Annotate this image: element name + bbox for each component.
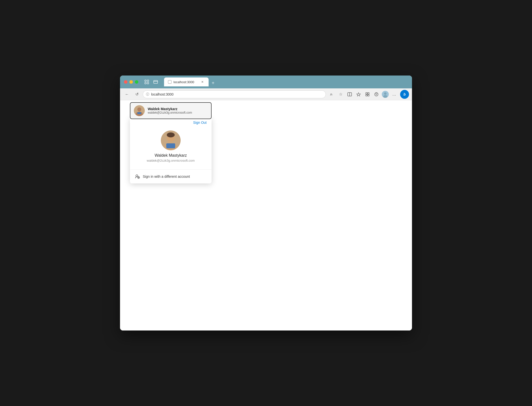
page-content: Waldek Mastykarz waldek@2czk3g.onmicroso… bbox=[120, 100, 412, 330]
dropdown-divider bbox=[130, 169, 212, 170]
back-button[interactable]: ← bbox=[123, 90, 131, 98]
svg-rect-10 bbox=[366, 93, 367, 94]
bing-button[interactable]: b bbox=[400, 90, 409, 99]
browser-essentials-button[interactable] bbox=[372, 90, 380, 98]
nav-bar: ← ↺ ⓘ localhost:3000 A ↑ ☆ bbox=[120, 88, 412, 100]
svg-rect-3 bbox=[147, 82, 149, 84]
profile-avatar bbox=[382, 91, 389, 98]
svg-point-19 bbox=[137, 107, 141, 111]
refresh-icon: ↺ bbox=[135, 92, 139, 97]
alt-signin-item[interactable]: Sign in with a different account bbox=[130, 172, 212, 181]
title-bar: localhost:3000 ✕ + bbox=[120, 76, 412, 88]
svg-rect-12 bbox=[366, 95, 367, 96]
back-icon: ← bbox=[125, 92, 129, 97]
account-avatar-small bbox=[134, 105, 145, 116]
svg-rect-4 bbox=[154, 80, 158, 83]
profile-button[interactable] bbox=[381, 90, 389, 98]
svg-rect-13 bbox=[368, 95, 369, 96]
favorites-star-button[interactable]: ☆ bbox=[337, 90, 345, 98]
add-account-icon bbox=[135, 174, 140, 179]
sign-out-button[interactable]: Sign Out bbox=[193, 121, 207, 125]
bing-icon: b bbox=[404, 92, 406, 96]
svg-rect-0 bbox=[145, 80, 146, 81]
tab-label: localhost:3000 bbox=[173, 80, 198, 84]
dropdown-user-section: Waldek Mastykarz waldek@2czk3g.onmicroso… bbox=[130, 127, 212, 167]
minimize-traffic-light[interactable] bbox=[129, 80, 133, 84]
favorites-bar-button[interactable] bbox=[355, 90, 363, 98]
new-tab-button[interactable]: + bbox=[210, 79, 217, 86]
dropdown-panel: Sign Out Waldek Mastykarz bbox=[130, 118, 212, 183]
maximize-traffic-light[interactable] bbox=[135, 80, 138, 84]
account-email-small: waldek@2czk3g.onmicrosoft.com bbox=[148, 111, 192, 114]
collections-button[interactable] bbox=[363, 90, 371, 98]
svg-rect-26 bbox=[166, 143, 175, 148]
read-aloud-button[interactable]: A ↑ bbox=[328, 90, 336, 98]
star-icon: ☆ bbox=[339, 92, 342, 97]
workspaces-icon[interactable] bbox=[143, 78, 150, 85]
info-icon[interactable]: ⓘ bbox=[146, 92, 149, 97]
close-traffic-light[interactable] bbox=[124, 80, 127, 84]
account-info-small: Waldek Mastykarz waldek@2czk3g.onmicroso… bbox=[148, 107, 192, 114]
traffic-lights bbox=[124, 80, 138, 84]
tab-close-button[interactable]: ✕ bbox=[200, 80, 205, 84]
svg-rect-2 bbox=[147, 80, 149, 81]
account-card-selected[interactable]: Waldek Mastykarz waldek@2czk3g.onmicroso… bbox=[130, 102, 212, 119]
svg-text:↑: ↑ bbox=[332, 93, 333, 96]
browser-window: localhost:3000 ✕ + ← ↺ ⓘ localhost:3000 … bbox=[120, 76, 412, 330]
more-icon: … bbox=[392, 92, 396, 97]
svg-point-16 bbox=[384, 92, 387, 95]
svg-point-27 bbox=[136, 175, 138, 177]
account-avatar-large bbox=[161, 130, 181, 150]
tab-favicon bbox=[168, 80, 171, 84]
address-bar[interactable]: ⓘ localhost:3000 bbox=[143, 90, 326, 98]
svg-point-24 bbox=[167, 132, 175, 137]
svg-rect-21 bbox=[137, 112, 141, 114]
refresh-button[interactable]: ↺ bbox=[133, 90, 141, 98]
nav-actions: A ↑ ☆ bbox=[328, 90, 398, 98]
active-tab[interactable]: localhost:3000 ✕ bbox=[164, 77, 209, 86]
tab-bar: localhost:3000 ✕ + bbox=[164, 77, 408, 86]
svg-rect-11 bbox=[368, 93, 369, 94]
dropdown-user-email: waldek@2czk3g.onmicrosoft.com bbox=[147, 159, 195, 162]
address-text: localhost:3000 bbox=[151, 92, 323, 96]
title-bar-icons bbox=[143, 78, 159, 85]
more-button[interactable]: … bbox=[390, 90, 398, 98]
dropdown-user-name: Waldek Mastykarz bbox=[155, 153, 187, 158]
alt-signin-label: Sign in with a different account bbox=[143, 175, 190, 178]
split-view-button[interactable] bbox=[346, 90, 354, 98]
tab-grid-icon[interactable] bbox=[152, 78, 159, 85]
svg-rect-1 bbox=[145, 82, 146, 84]
account-name-small: Waldek Mastykarz bbox=[148, 107, 192, 111]
